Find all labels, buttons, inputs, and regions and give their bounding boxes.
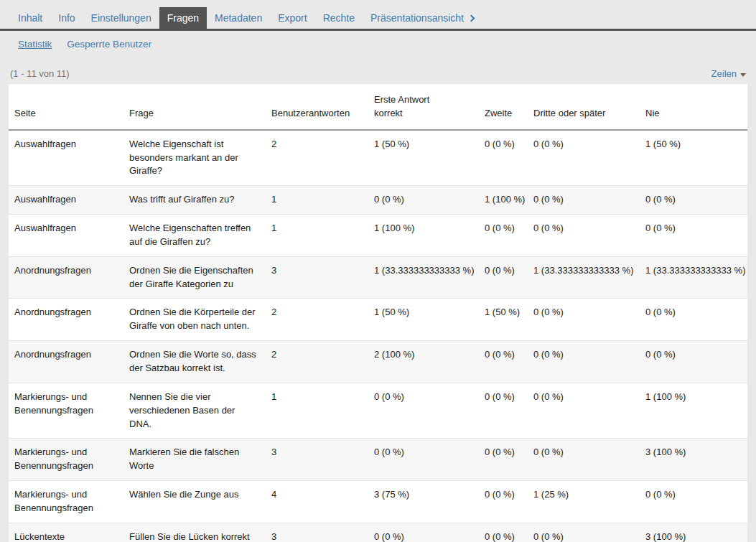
cell-page: Anordnungsfragen: [9, 299, 123, 341]
cell-answer-stat: 3 (75 %): [368, 481, 479, 523]
cell-question: Welche Eigenschaft ist besonders markant…: [123, 130, 266, 186]
column-header-label: Nie: [645, 108, 660, 118]
cell-answer-stat: 0 (0 %): [528, 439, 640, 481]
cell-question: Welche Eigenschaften treffen auf die Gir…: [123, 215, 266, 257]
rows-dropdown[interactable]: Zeilen: [711, 68, 746, 79]
cell-page: Markierungs- und Benennungsfragen: [9, 439, 123, 481]
table-row: Markierungs- und BenennungsfragenMarkier…: [9, 439, 747, 481]
cell-answer-stat: 1 (100 %): [479, 186, 528, 215]
cell-page: Lückentexte: [9, 523, 123, 542]
tab-einstellungen[interactable]: Einstellungen: [83, 7, 159, 29]
table-toolbar: (1 - 11 von 11) Zeilen: [9, 58, 747, 84]
column-header-benutzerantworten: Benutzerantworten: [266, 84, 368, 130]
cell-answer-stat: 4: [266, 481, 368, 523]
cell-question: Ordnen Sie die Körperteile der Giraffe v…: [123, 299, 266, 341]
cell-question: Wählen Sie die Zunge aus: [123, 481, 266, 523]
table-row: AuswahlfragenWelche Eigenschaft ist beso…: [9, 130, 747, 186]
cell-question: Was trifft auf Giraffen zu?: [123, 186, 266, 215]
table-row: AnordnungsfragenOrdnen Sie die Körpertei…: [9, 299, 747, 341]
table-row: AuswahlfragenWas trifft auf Giraffen zu?…: [9, 186, 747, 215]
table-row: LückentexteFüllen Sie die Lücken korrekt…: [9, 523, 747, 542]
table-row: Markierungs- und BenennungsfragenWählen …: [9, 481, 747, 523]
cell-answer-stat: 3: [266, 439, 368, 481]
cell-answer-stat: 1 (50 %): [640, 130, 747, 186]
column-header-label: Seite: [14, 108, 36, 118]
cell-answer-stat: 1: [266, 383, 368, 439]
cell-page: Markierungs- und Benennungsfragen: [9, 481, 123, 523]
tab-fragen[interactable]: Fragen: [159, 7, 207, 29]
cell-answer-stat: 0 (0 %): [368, 383, 479, 439]
cell-answer-stat: 3: [266, 523, 368, 542]
cell-answer-stat: 0 (0 %): [479, 523, 528, 542]
cell-answer-stat: 0 (0 %): [479, 130, 528, 186]
cell-answer-stat: 1 (33.333333333333 %): [640, 256, 747, 299]
cell-answer-stat: 2: [266, 130, 368, 186]
cell-page: Auswahlfragen: [9, 186, 123, 215]
cell-answer-stat: 0 (0 %): [479, 481, 528, 523]
cell-answer-stat: 1 (33.333333333333 %): [528, 256, 640, 299]
cell-answer-stat: 0 (0 %): [479, 383, 528, 439]
cell-page: Anordnungsfragen: [9, 341, 123, 383]
tab-info[interactable]: Info: [50, 7, 83, 29]
cell-answer-stat: 0 (0 %): [528, 523, 640, 542]
cell-page: Anordnungsfragen: [9, 256, 123, 299]
cell-answer-stat: 0 (0 %): [640, 481, 747, 523]
tab-rechte[interactable]: Rechte: [315, 7, 363, 29]
cell-question: Nennen Sie die vier verschiedenen Basen …: [123, 383, 266, 439]
cell-answer-stat: 1 (25 %): [528, 481, 640, 523]
table-row: AnordnungsfragenOrdnen Sie die Eigenscha…: [9, 256, 747, 299]
subtab-gesperrte-benutzer[interactable]: Gesperrte Benutzer: [67, 39, 151, 50]
cell-question: Ordnen Sie die Eigenschaften der Giraffe…: [123, 256, 266, 299]
cell-question: Füllen Sie die Lücken korrekt: [123, 523, 266, 542]
content-area: (1 - 11 von 11) Zeilen SeiteFrageBenutze…: [0, 58, 756, 542]
table-header-row: SeiteFrageBenutzerantwortenErste Antwort…: [9, 84, 747, 130]
presentation-view-link[interactable]: Präsentationsansicht: [363, 7, 482, 29]
cell-page: Markierungs- und Benennungsfragen: [9, 383, 123, 439]
column-header-seite: Seite: [9, 84, 123, 130]
table-row: AuswahlfragenWelche Eigenschaften treffe…: [9, 215, 747, 257]
cell-answer-stat: 0 (0 %): [528, 299, 640, 341]
column-header-dritte-oder-später: Dritte oder später: [528, 84, 640, 130]
tab-metadaten[interactable]: Metadaten: [207, 7, 270, 29]
tab-inhalt[interactable]: Inhalt: [10, 7, 50, 29]
cell-answer-stat: 0 (0 %): [528, 215, 640, 257]
cell-answer-stat: 0 (0 %): [528, 383, 640, 439]
cell-answer-stat: 0 (0 %): [479, 341, 528, 383]
cell-answer-stat: 2: [266, 299, 368, 341]
column-header-label: Erste Antwort korrekt: [374, 93, 444, 121]
question-statistics-table: SeiteFrageBenutzerantwortenErste Antwort…: [9, 84, 747, 542]
subtab-bar: StatistikGesperrte Benutzer: [0, 31, 756, 58]
cell-answer-stat: 0 (0 %): [640, 299, 747, 341]
cell-answer-stat: 1 (33.333333333333 %): [368, 256, 479, 299]
cell-answer-stat: 1: [266, 215, 368, 257]
cell-answer-stat: 0 (0 %): [479, 215, 528, 257]
subtab-statistik[interactable]: Statistik: [18, 39, 52, 50]
cell-answer-stat: 3: [266, 256, 368, 299]
cell-answer-stat: 2 (100 %): [368, 341, 479, 383]
cell-answer-stat: 3 (100 %): [640, 439, 747, 481]
presentation-view-label: Präsentationsansicht: [370, 12, 464, 24]
cell-answer-stat: 1 (100 %): [368, 215, 479, 257]
cell-page: Auswahlfragen: [9, 130, 123, 186]
column-header-erste-antwort-korrekt: Erste Antwort korrekt: [368, 84, 479, 130]
cell-answer-stat: 0 (0 %): [528, 130, 640, 186]
cell-answer-stat: 0 (0 %): [528, 341, 640, 383]
column-header-zweite: Zweite: [479, 84, 528, 130]
table-row: AnordnungsfragenOrdnen Sie die Worte so,…: [9, 341, 747, 383]
cell-answer-stat: 0 (0 %): [368, 439, 479, 481]
cell-answer-stat: 3 (100 %): [640, 523, 747, 542]
cell-answer-stat: 1 (100 %): [640, 383, 747, 439]
cell-answer-stat: 0 (0 %): [640, 186, 747, 215]
cell-answer-stat: 1: [266, 186, 368, 215]
column-header-label: Benutzerantworten: [271, 108, 350, 118]
cell-answer-stat: 0 (0 %): [368, 523, 479, 542]
cell-question: Ordnen Sie die Worte so, dass der Satzba…: [123, 341, 266, 383]
column-header-label: Dritte oder später: [533, 108, 605, 118]
cell-answer-stat: 2: [266, 341, 368, 383]
column-header-label: Zweite: [485, 108, 512, 118]
caret-down-icon: [740, 73, 746, 77]
rows-dropdown-label: Zeilen: [711, 68, 737, 79]
cell-answer-stat: 0 (0 %): [640, 215, 747, 257]
tab-export[interactable]: Export: [270, 7, 314, 29]
table-row: Markierungs- und BenennungsfragenNennen …: [9, 383, 747, 439]
